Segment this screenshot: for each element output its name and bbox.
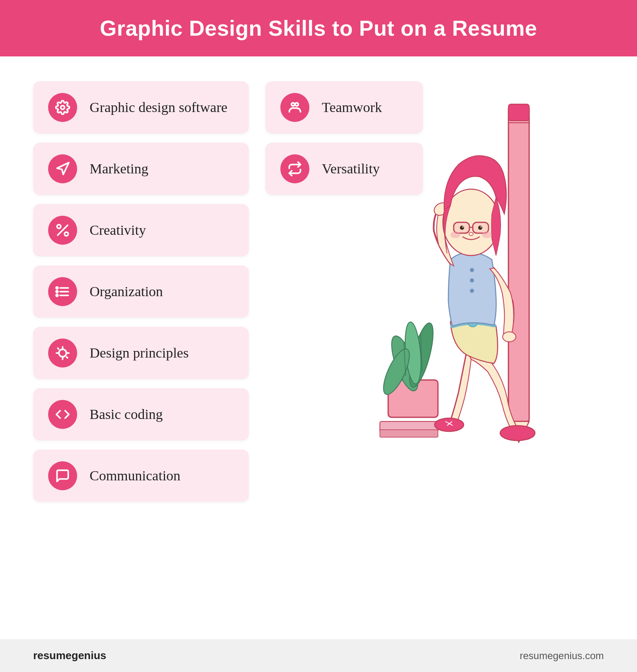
illustration (330, 81, 612, 455)
page-footer: resumegenius resumegenius.com (0, 639, 637, 672)
svg-line-3 (58, 225, 68, 235)
svg-line-12 (58, 348, 58, 349)
versatility-icon (280, 154, 309, 183)
right-column: Teamwork Versatility (265, 81, 604, 623)
svg-point-7 (56, 287, 58, 289)
svg-rect-27 (508, 104, 529, 121)
skill-card-graphic-design-software: Graphic design software (33, 81, 249, 134)
svg-point-17 (295, 103, 299, 106)
creativity-icon (48, 216, 77, 245)
svg-point-49 (450, 231, 460, 238)
svg-point-33 (470, 278, 474, 282)
svg-point-32 (470, 268, 474, 272)
svg-point-44 (460, 226, 464, 230)
skill-card-basic-coding: Basic coding (33, 388, 249, 441)
skill-card-creativity: Creativity (33, 204, 249, 256)
main-content: Graphic design software Marketing Creati… (0, 56, 637, 639)
svg-point-0 (61, 106, 65, 110)
skill-label-basic-coding: Basic coding (90, 407, 163, 422)
skill-card-organization: Organization (33, 265, 249, 318)
svg-rect-25 (508, 106, 529, 421)
footer-logo: resumegenius (33, 649, 106, 662)
skill-label-design-principles: Design principles (90, 345, 189, 361)
skill-card-design-principles: Design principles (33, 327, 249, 379)
svg-point-9 (56, 295, 58, 297)
basic-coding-icon (48, 400, 77, 429)
skill-label-creativity: Creativity (90, 222, 146, 238)
skill-card-marketing: Marketing (33, 143, 249, 195)
design-principles-icon (48, 338, 77, 368)
skill-label-marketing: Marketing (90, 161, 148, 177)
page-title: Graphic Design Skills to Put on a Resume (25, 16, 612, 41)
svg-point-50 (482, 231, 492, 238)
svg-point-46 (462, 226, 464, 228)
organization-icon (48, 277, 77, 306)
skill-label-organization: Organization (90, 284, 163, 299)
skill-label-communication: Communication (90, 468, 180, 484)
graphic-design-software-icon (48, 93, 77, 122)
svg-point-1 (57, 225, 61, 229)
svg-point-47 (481, 226, 482, 228)
svg-point-16 (292, 103, 295, 106)
left-skills-column: Graphic design software Marketing Creati… (33, 81, 249, 623)
svg-point-52 (500, 426, 535, 441)
svg-point-2 (65, 232, 68, 236)
page-header: Graphic Design Skills to Put on a Resume (0, 0, 637, 56)
footer-logo-text: resume (33, 649, 72, 662)
teamwork-icon (280, 93, 309, 122)
svg-point-36 (503, 332, 516, 342)
svg-point-34 (470, 289, 474, 293)
svg-point-8 (56, 291, 58, 293)
skill-card-communication: Communication (33, 450, 249, 502)
svg-rect-30 (380, 430, 438, 437)
footer-url: resumegenius.com (520, 650, 604, 662)
svg-point-51 (435, 418, 464, 431)
marketing-icon (48, 154, 77, 183)
footer-logo-bold: genius (72, 649, 107, 662)
skill-label-graphic-design-software: Graphic design software (90, 100, 227, 115)
communication-icon (48, 461, 77, 490)
svg-line-13 (67, 357, 68, 358)
svg-point-45 (478, 226, 482, 230)
